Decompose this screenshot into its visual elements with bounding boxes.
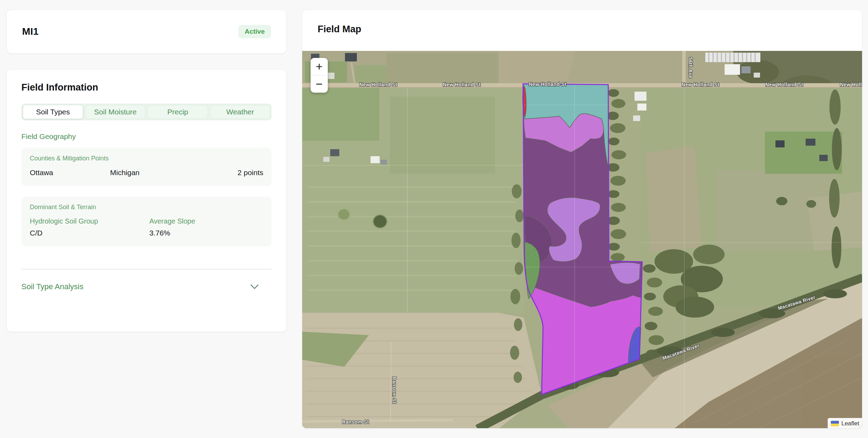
street-label: New Holland St — [840, 82, 862, 87]
map-attribution: Leaflet — [828, 418, 862, 429]
avg-slope-value: 3.76% — [149, 229, 263, 237]
chevron-down-icon — [250, 284, 259, 290]
status-badge: Active — [238, 25, 271, 38]
tab-soil-types[interactable]: Soil Types — [23, 105, 83, 119]
street-label: 56th Ave — [688, 57, 693, 79]
field-summary-card: MI1 Active — [6, 9, 287, 54]
pond — [338, 208, 350, 220]
terrain-box-heading: Dominant Soil & Terrain — [30, 204, 263, 211]
street-label: New Holland St — [765, 82, 803, 87]
tab-soil-moisture[interactable]: Soil Moisture — [85, 105, 145, 119]
avg-slope-label: Average Slope — [149, 217, 263, 225]
ukraine-flag-icon — [831, 421, 839, 426]
section-heading-field-geography: Field Geography — [21, 132, 272, 141]
street-label: New Holland St — [681, 82, 719, 87]
field-info-title: Field Information — [21, 82, 272, 93]
street-label: New Holland St — [359, 82, 397, 87]
zoom-in-button[interactable]: + — [311, 58, 328, 75]
hydro-group-label: Hydrologic Soil Group — [30, 217, 149, 225]
field-map-title: Field Map — [302, 10, 862, 35]
map-canvas: New Holland St New Holland St New Hollan… — [302, 51, 862, 429]
state-value: Michigan — [110, 168, 140, 177]
soil-type-analysis-toggle[interactable]: Soil Type Analysis — [21, 279, 272, 295]
counties-box-heading: Counties & Mitigation Points — [30, 155, 263, 162]
mitigation-points-value: 2 points — [237, 168, 263, 177]
county-value: Ottawa — [30, 168, 110, 177]
soil-type-analysis-label: Soil Type Analysis — [21, 282, 83, 291]
leaflet-map[interactable]: New Holland St New Holland St New Hollan… — [302, 51, 862, 429]
street-label: Ransom St — [342, 419, 369, 425]
divider — [21, 269, 272, 270]
terrain-box: Dominant Soil & Terrain Hydrologic Soil … — [21, 197, 272, 246]
tab-precip[interactable]: Precip — [148, 105, 208, 119]
field-map-card: Field Map — [302, 9, 862, 429]
leaflet-attribution-link[interactable]: Leaflet — [841, 420, 859, 427]
pond — [373, 215, 387, 228]
field-info-card: Field Information Soil Types Soil Moistu… — [6, 69, 287, 332]
street-label: New Holland St — [529, 81, 567, 87]
field-info-tabs: Soil Types Soil Moisture Precip Weather — [21, 104, 272, 120]
street-label: New Holland St — [443, 82, 481, 87]
street-label: Ransom St — [392, 377, 397, 404]
tab-weather[interactable]: Weather — [210, 105, 270, 119]
page-title: MI1 — [22, 26, 39, 37]
hydro-group-value: C/D — [30, 229, 149, 237]
counties-box: Counties & Mitigation Points Ottawa Mich… — [21, 148, 272, 186]
zoom-out-button[interactable]: − — [311, 75, 328, 93]
map-zoom-control: + − — [311, 58, 328, 93]
